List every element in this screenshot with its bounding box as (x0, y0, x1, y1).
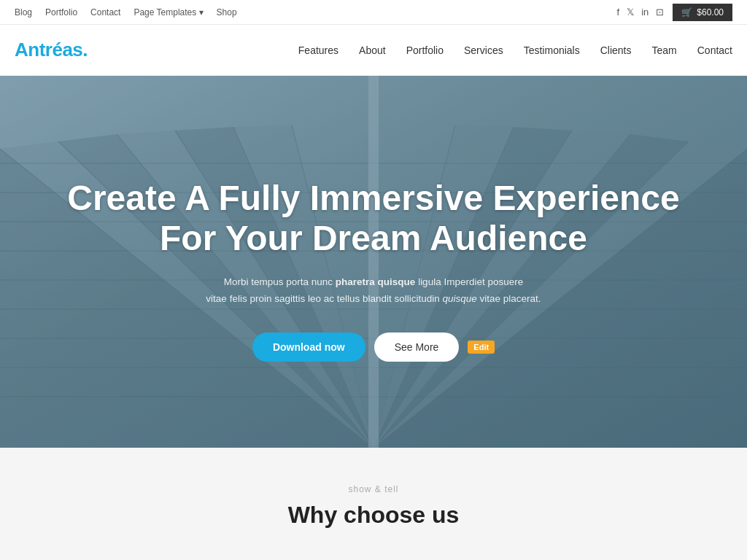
logo-text: Antréas (15, 39, 82, 61)
show-tell-label: show & tell (15, 484, 732, 494)
top-nav-page-templates[interactable]: Page Templates ▾ (133, 7, 203, 18)
top-bar-right: f 𝕏 in ⊡ 🛒 $60.00 (617, 4, 732, 21)
nav-team[interactable]: Team (652, 44, 677, 56)
hero-content: Create A Fully Immersive Experience For … (0, 76, 747, 362)
nav-links: Features About Portfolio Services Testim… (298, 44, 732, 57)
top-nav-shop[interactable]: Shop (217, 7, 237, 18)
logo[interactable]: Antréas. (15, 39, 88, 61)
instagram-icon[interactable]: ⊡ (656, 7, 664, 18)
edit-badge[interactable]: Edit (468, 341, 495, 354)
logo-dot: . (82, 39, 88, 61)
hero-subtitle: Morbi tempus porta nunc pharetra quisque… (15, 274, 732, 308)
nav-about[interactable]: About (359, 44, 386, 56)
facebook-icon[interactable]: f (617, 7, 620, 18)
why-choose-title: Why choose us (15, 502, 732, 529)
linkedin-icon[interactable]: in (641, 7, 649, 18)
nav-services[interactable]: Services (464, 44, 503, 56)
main-nav: Antréas. Features About Portfolio Servic… (0, 25, 747, 76)
top-nav-portfolio[interactable]: Portfolio (45, 7, 77, 18)
hero-title: Create A Fully Immersive Experience For … (15, 178, 732, 258)
below-hero-section: show & tell Why choose us (0, 448, 747, 551)
hero-buttons: Download now See More Edit (15, 332, 732, 362)
nav-clients[interactable]: Clients (600, 44, 632, 56)
nav-features[interactable]: Features (298, 44, 338, 56)
hero-section: Create A Fully Immersive Experience For … (0, 76, 747, 448)
nav-contact[interactable]: Contact (697, 44, 732, 56)
download-button[interactable]: Download now (252, 332, 365, 362)
cart-button[interactable]: 🛒 $60.00 (673, 4, 732, 21)
top-nav-blog[interactable]: Blog (15, 7, 32, 18)
cart-icon: 🛒 (681, 7, 692, 18)
twitter-icon[interactable]: 𝕏 (627, 7, 634, 18)
top-bar-links: Blog Portfolio Contact Page Templates ▾ … (15, 7, 237, 18)
nav-testimonials[interactable]: Testimonials (524, 44, 580, 56)
top-bar: Blog Portfolio Contact Page Templates ▾ … (0, 0, 747, 25)
nav-portfolio[interactable]: Portfolio (406, 44, 444, 56)
social-icons: f 𝕏 in ⊡ (617, 7, 665, 18)
see-more-button[interactable]: See More (374, 332, 460, 362)
cart-price: $60.00 (697, 7, 724, 18)
top-nav-contact[interactable]: Contact (90, 7, 120, 18)
